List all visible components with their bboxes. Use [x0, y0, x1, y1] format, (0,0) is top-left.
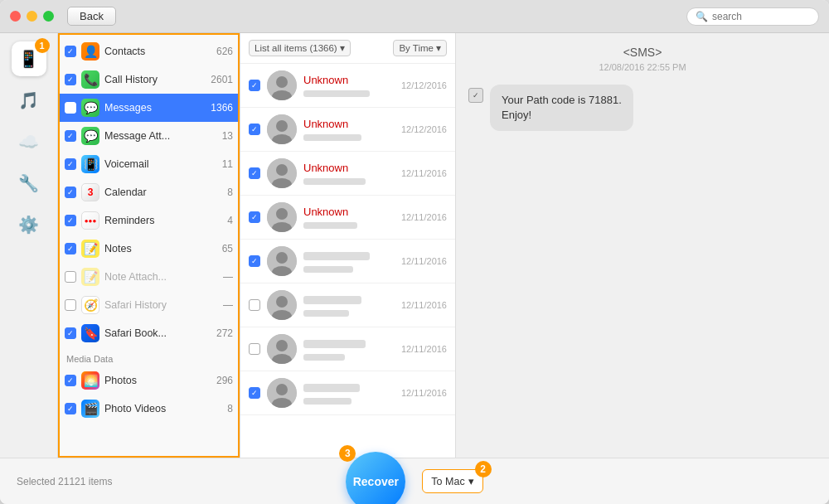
back-button[interactable]: Back — [67, 7, 116, 26]
msg-info: Unknown — [303, 74, 395, 98]
checkbox-reminders[interactable] — [65, 215, 76, 226]
safaribookmarks-icon: 🔖 — [81, 324, 99, 342]
sidebar-icon-cloud[interactable]: ☁️ — [12, 124, 46, 159]
msg-info — [303, 381, 395, 405]
msg-checkbox[interactable] — [249, 211, 260, 223]
cloud-icon: ☁️ — [18, 132, 39, 152]
list-item[interactable]: 👤 Contacts 626 — [58, 37, 240, 65]
photovideos-icon: 🎬 — [81, 400, 99, 418]
noteatt-icon: 📝 — [81, 268, 99, 286]
sms-datetime: 12/08/2016 22:55 PM — [468, 62, 817, 72]
window-controls — [10, 11, 54, 22]
msg-checkbox[interactable] — [249, 387, 260, 399]
list-item[interactable]: 🎬 Photo Videos 8 — [58, 395, 240, 423]
bubble-checkbox[interactable]: ✓ — [468, 88, 483, 103]
item-name-photovideos: Photo Videos — [104, 403, 203, 414]
msg-date: 12/12/2016 — [401, 80, 447, 90]
msg-info — [303, 337, 395, 361]
sidebar-icon-phone[interactable]: 📱 1 — [12, 41, 46, 76]
message-item[interactable]: 12/11/2016 — [240, 371, 455, 415]
sidebar-icon-music[interactable]: 🎵 — [12, 83, 46, 118]
msg-preview — [303, 395, 395, 405]
msg-name: Unknown — [303, 206, 395, 218]
item-count-callhistory: 2601 — [208, 74, 233, 85]
data-type-list: 👤 Contacts 626 📞 Call History 2601 💬 Mes… — [58, 33, 240, 458]
maximize-dot[interactable] — [43, 11, 54, 22]
message-item[interactable]: Unknown 12/12/2016 — [240, 64, 455, 108]
checkbox-messages[interactable] — [65, 102, 76, 114]
item-name-calendar: Calendar — [104, 187, 203, 198]
app-window: Back 🔍 📱 1 🎵 ☁️ 🔧 ⚙️ — [0, 0, 829, 504]
message-item[interactable]: 12/11/2016 — [240, 240, 455, 284]
checkbox-safaribookmarks[interactable] — [65, 327, 76, 339]
list-item[interactable]: ●●● Reminders 4 — [58, 206, 240, 235]
item-count-voicemail: 11 — [208, 158, 233, 170]
svg-point-1 — [276, 76, 288, 88]
list-item[interactable]: 🔖 Safari Book... 272 — [58, 319, 240, 347]
item-count-notes: 65 — [208, 243, 233, 254]
sidebar-icon-tools[interactable]: 🔧 — [12, 166, 46, 201]
reminders-icon: ●●● — [81, 211, 99, 230]
sidebar-icon-settings[interactable]: ⚙️ — [12, 207, 46, 242]
checkbox-calendar[interactable] — [65, 187, 76, 198]
checkbox-notes[interactable] — [65, 243, 76, 254]
msg-name — [303, 337, 395, 350]
avatar-svg — [267, 114, 297, 144]
list-item[interactable]: 🧭 Safari History — — [58, 291, 240, 319]
msg-checkbox[interactable] — [249, 80, 260, 91]
msg-checkbox[interactable] — [249, 124, 260, 135]
message-item[interactable]: Unknown 12/12/2016 — [240, 108, 455, 152]
list-item[interactable]: 📝 Notes 65 — [58, 235, 240, 263]
checkbox-photos[interactable] — [65, 375, 76, 386]
list-item[interactable]: 💬 Message Att... 13 — [58, 122, 240, 150]
avatar — [267, 290, 297, 320]
message-item[interactable]: Unknown 12/11/2016 — [240, 196, 455, 240]
msg-name — [303, 381, 395, 394]
list-item[interactable]: 3 Calendar 8 — [58, 178, 240, 206]
msg-date: 12/11/2016 — [401, 344, 447, 354]
checkbox-noteattach[interactable] — [65, 271, 76, 283]
item-name-voicemail: Voicemail — [104, 158, 203, 170]
message-item[interactable]: 12/11/2016 — [240, 327, 455, 371]
checkbox-voicemail[interactable] — [65, 158, 76, 170]
msg-checkbox[interactable] — [249, 343, 260, 355]
list-all-label: List all items (1366) — [255, 43, 337, 53]
phone-icon: 📱 — [18, 49, 39, 69]
contacts-icon: 👤 — [81, 42, 99, 61]
media-section-header: Media Data — [58, 347, 240, 366]
list-item[interactable]: 📞 Call History 2601 — [58, 65, 240, 94]
msg-name — [303, 250, 395, 262]
checkbox-photovideos[interactable] — [65, 403, 76, 414]
recover-button[interactable]: 3 Recover — [346, 452, 405, 505]
list-all-dropdown[interactable]: List all items (1366) ▾ — [249, 40, 351, 56]
msg-checkbox[interactable] — [249, 255, 260, 267]
list-item[interactable]: 💬 Messages 1366 — [58, 94, 240, 122]
msg-checkbox[interactable] — [249, 167, 260, 179]
msg-preview — [303, 220, 395, 230]
msg-preview — [303, 132, 395, 142]
list-item[interactable]: 📝 Note Attach... — — [58, 263, 240, 291]
minimize-dot[interactable] — [27, 11, 37, 22]
checkbox-safarihistory[interactable] — [65, 299, 76, 311]
to-mac-button[interactable]: To Mac ▾ — [422, 469, 482, 493]
svg-point-13 — [276, 252, 288, 264]
search-box[interactable]: 🔍 — [686, 7, 819, 26]
main-content: 📱 1 🎵 ☁️ 🔧 ⚙️ 👤 Contacts 626 — [0, 33, 829, 458]
safarihistory-icon: 🧭 — [81, 296, 99, 314]
checkbox-messageatt[interactable] — [65, 130, 76, 142]
svg-point-10 — [276, 208, 288, 220]
checkbox-contacts[interactable] — [65, 46, 76, 57]
list-item[interactable]: 🌅 Photos 296 — [58, 366, 240, 395]
message-item[interactable]: Unknown 12/11/2016 — [240, 152, 455, 196]
dropdown-arrow-icon: ▾ — [340, 42, 345, 54]
message-item[interactable]: 12/11/2016 — [240, 284, 455, 327]
to-mac-label: To Mac — [431, 476, 464, 487]
msg-checkbox[interactable] — [249, 299, 260, 311]
item-count-safarihistory: — — [208, 299, 233, 311]
close-dot[interactable] — [10, 11, 21, 22]
search-input[interactable] — [712, 11, 810, 22]
checkbox-callhistory[interactable] — [65, 74, 76, 85]
list-item[interactable]: 📳 Voicemail 11 — [58, 150, 240, 178]
item-count-messages: 1366 — [208, 102, 233, 114]
by-time-dropdown[interactable]: By Time ▾ — [393, 40, 447, 56]
